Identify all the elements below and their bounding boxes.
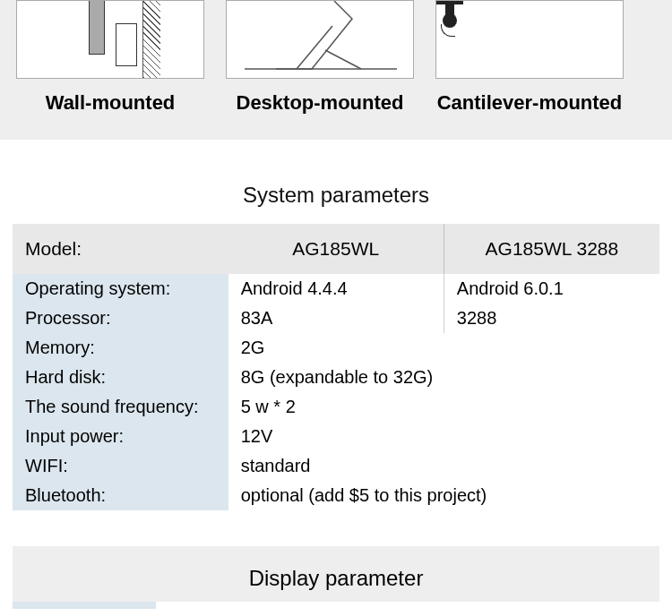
table-row: Processor: 83A 3288 — [13, 304, 659, 333]
wifi-label: WIFI: — [13, 451, 228, 481]
cantilever-mount-illustration — [435, 0, 624, 79]
processor-value-1: 83A — [228, 304, 444, 333]
sound-label: The sound frequency: — [13, 392, 228, 422]
display-params-title: Display parameter — [13, 546, 659, 602]
table-row: Hard disk: 8G (expandable to 32G) — [13, 363, 659, 392]
wall-mount-illustration — [16, 0, 204, 79]
mount-options-row: Wall-mounted Desktop-mounted Cantilever-… — [0, 0, 672, 140]
memory-value: 2G — [228, 333, 659, 363]
bluetooth-label: Bluetooth: — [13, 481, 228, 510]
power-value: 12V — [228, 422, 659, 451]
memory-label: Memory: — [13, 333, 228, 363]
display-table-stub — [13, 602, 156, 609]
desktop-mount-label: Desktop-mounted — [237, 91, 404, 115]
harddisk-value: 8G (expandable to 32G) — [228, 363, 659, 392]
os-value-1: Android 4.4.4 — [228, 274, 444, 304]
system-params-table: Model: AG185WL AG185WL 3288 Operating sy… — [13, 224, 659, 510]
mount-wall-card: Wall-mounted — [16, 0, 204, 115]
power-label: Input power: — [13, 422, 228, 451]
model-label: Model: — [13, 224, 228, 274]
table-row: Memory: 2G — [13, 333, 659, 363]
table-row: Bluetooth: optional (add $5 to this proj… — [13, 481, 659, 510]
table-header-row: Model: AG185WL AG185WL 3288 — [13, 224, 659, 274]
processor-label: Processor: — [13, 304, 228, 333]
table-row: Operating system: Android 4.4.4 Android … — [13, 274, 659, 304]
mount-desktop-card: Desktop-mounted — [226, 0, 414, 115]
table-row: The sound frequency: 5 w * 2 — [13, 392, 659, 422]
mount-cantilever-card: Cantilever-mounted — [435, 0, 624, 115]
os-label: Operating system: — [13, 274, 228, 304]
table-row: Input power: 12V — [13, 422, 659, 451]
harddisk-label: Hard disk: — [13, 363, 228, 392]
model-col2: AG185WL 3288 — [444, 224, 659, 274]
cantilever-mount-label: Cantilever-mounted — [437, 91, 623, 115]
table-row: WIFI: standard — [13, 451, 659, 481]
os-value-2: Android 6.0.1 — [444, 274, 659, 304]
model-col1: AG185WL — [228, 224, 444, 274]
wifi-value: standard — [228, 451, 659, 481]
processor-value-2: 3288 — [444, 304, 659, 333]
bluetooth-value: optional (add $5 to this project) — [228, 481, 659, 510]
sound-value: 5 w * 2 — [228, 392, 659, 422]
system-params-title: System parameters — [0, 140, 672, 224]
wall-mount-label: Wall-mounted — [46, 91, 176, 115]
desktop-mount-illustration — [226, 0, 414, 79]
